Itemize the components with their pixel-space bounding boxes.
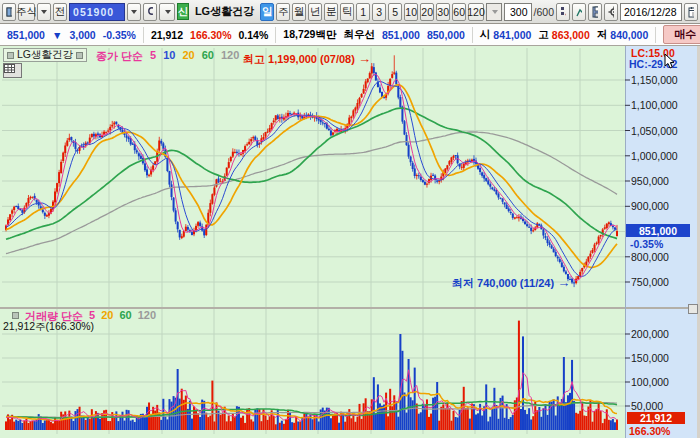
down-arrow-icon: ▼ bbox=[52, 29, 62, 41]
interval-button-30[interactable]: 30 bbox=[436, 3, 450, 21]
axis-tick-label: 50,000 bbox=[631, 400, 663, 412]
stock-code-input[interactable] bbox=[69, 3, 125, 21]
high-arrow-icon: → bbox=[358, 51, 371, 66]
quote-volume-group: 21,912 166.30% 0.14% bbox=[144, 27, 276, 43]
interval-button-3[interactable]: 3 bbox=[372, 3, 386, 21]
indicator-dots-icon bbox=[560, 6, 566, 18]
mouse-cursor bbox=[664, 54, 678, 70]
interval-button-1[interactable]: 1 bbox=[356, 3, 370, 21]
price-legend: 종가 단순 5 10 20 60 120 bbox=[96, 49, 239, 64]
axis-tick-label: 750,000 bbox=[631, 276, 669, 288]
date-input[interactable] bbox=[620, 3, 682, 21]
tab-period-day[interactable]: 일 bbox=[260, 3, 274, 21]
gear-icon bbox=[608, 6, 614, 18]
stock-name-label: LG생활건강 bbox=[191, 4, 258, 19]
panel-toggle-button[interactable] bbox=[2, 3, 16, 21]
save-button[interactable] bbox=[588, 3, 602, 21]
axis-tick-label: 200,000 bbox=[631, 328, 669, 340]
market-button[interactable]: 전 bbox=[53, 3, 67, 21]
chevron-down-icon bbox=[492, 10, 498, 14]
high-price: 863,000 bbox=[552, 29, 590, 41]
custom-interval-dropdown[interactable] bbox=[486, 3, 502, 21]
volume-current-text: 21,912주(166.30%) bbox=[3, 320, 94, 334]
axis-tick-label: 950,000 bbox=[631, 175, 669, 187]
volume-square-icon bbox=[12, 312, 19, 319]
turnover-ratio: 0.14% bbox=[239, 29, 269, 41]
volume-ma20-label: 20 bbox=[101, 309, 113, 324]
asset-type-select[interactable]: 주식 bbox=[18, 3, 35, 21]
axis-tick-label: 900,000 bbox=[631, 200, 669, 212]
volume-value: 21,912 bbox=[151, 29, 183, 41]
trendline-tool-button[interactable] bbox=[572, 3, 586, 21]
quote-ohlc-group: 시 841,000 고 863,000 저 840,000 bbox=[473, 27, 656, 43]
open-price: 841,000 bbox=[493, 29, 531, 41]
asset-type-label: 주식 bbox=[16, 5, 37, 19]
search-button[interactable] bbox=[143, 3, 157, 21]
interval-button-5[interactable]: 5 bbox=[388, 3, 402, 21]
calendar-icon bbox=[688, 6, 694, 18]
axis-tick-label: 1,100,000 bbox=[631, 99, 678, 111]
tab-square-icon bbox=[7, 52, 14, 59]
chart-region: LG생활건강 종가 단순 5 10 20 60 120 최고 1,199,000… bbox=[0, 46, 700, 438]
tab-period-minute[interactable]: 분 bbox=[324, 3, 338, 21]
new-listing-badge: 신 bbox=[177, 3, 189, 20]
high-annotation-text: 최고 1,199,000 (07/08) bbox=[243, 53, 355, 65]
price-ma20-label: 20 bbox=[182, 49, 194, 64]
main-toolbar: 주식 전 신 LG생활건강 일 주 월 년 분 틱 1 3 5 bbox=[0, 0, 700, 24]
search-icon bbox=[147, 6, 153, 18]
save-disk-icon bbox=[592, 6, 598, 18]
chart-svg[interactable] bbox=[0, 46, 697, 438]
interval-button-120[interactable]: 120 bbox=[468, 3, 484, 21]
chart-tab[interactable]: LG생활건강 bbox=[3, 48, 87, 62]
chevron-down-icon bbox=[41, 10, 47, 14]
price-ma10-label: 10 bbox=[163, 49, 175, 64]
pane-splitter-icon[interactable] bbox=[688, 304, 698, 314]
axis-tick-label: 1,000,000 bbox=[631, 150, 678, 162]
indicator-add-button[interactable] bbox=[556, 3, 570, 21]
high-label: 고 bbox=[538, 28, 549, 42]
asset-type-dropdown-button[interactable] bbox=[37, 3, 51, 21]
grid-icon bbox=[4, 64, 15, 73]
bars-total-label: /600 bbox=[534, 6, 554, 18]
quote-value-group: 18,729백만 최우선 851,000 850,000 bbox=[276, 27, 473, 43]
bars-count-input[interactable] bbox=[504, 3, 532, 21]
tab-period-year[interactable]: 년 bbox=[308, 3, 322, 21]
price-change-pct: -0.35% bbox=[103, 29, 136, 41]
window-panel-icon bbox=[6, 6, 12, 18]
trading-app-window: 주식 전 신 LG생활건강 일 주 월 년 분 틱 1 3 5 bbox=[0, 0, 700, 438]
axis-tick-label: 1,050,000 bbox=[631, 125, 678, 137]
zigzag-line-icon bbox=[576, 6, 582, 18]
tab-period-week[interactable]: 주 bbox=[276, 3, 290, 21]
high-annotation: 최고 1,199,000 (07/08) → bbox=[243, 51, 371, 67]
tab-period-tick[interactable]: 틱 bbox=[340, 3, 354, 21]
market-label: 전 bbox=[55, 5, 66, 19]
trade-value: 18,729백만 bbox=[283, 28, 336, 42]
order-buttons-group: 매수 매도 bbox=[656, 27, 700, 43]
best-ask: 851,000 bbox=[382, 29, 420, 41]
interval-button-10[interactable]: 10 bbox=[404, 3, 418, 21]
axis-tick-label: 800,000 bbox=[631, 251, 669, 263]
price-ma5-label: 5 bbox=[150, 49, 156, 64]
last-price: 851,000 bbox=[7, 29, 45, 41]
interval-button-20[interactable]: 20 bbox=[420, 3, 434, 21]
buy-button[interactable]: 매수 bbox=[663, 25, 700, 44]
tab-period-month[interactable]: 월 bbox=[292, 3, 306, 21]
open-label: 시 bbox=[480, 28, 491, 42]
calendar-button[interactable] bbox=[684, 3, 698, 21]
chart-tab-label: LG생활건강 bbox=[17, 48, 73, 62]
grid-toggle-button[interactable] bbox=[3, 63, 22, 78]
interval-button-60[interactable]: 60 bbox=[452, 3, 466, 21]
current-price-box: 851,000 bbox=[626, 224, 690, 237]
chevron-down-icon bbox=[131, 10, 137, 14]
quote-summary-bar: 851,000 ▼ 3,000 -0.35% 21,912 166.30% 0.… bbox=[0, 24, 700, 46]
price-change: 3,000 bbox=[69, 29, 95, 41]
low-arrow-icon: → bbox=[557, 275, 570, 290]
best-bid: 850,000 bbox=[427, 29, 465, 41]
settings-button[interactable] bbox=[604, 3, 618, 21]
current-volume-ratio: 166.30% bbox=[629, 425, 670, 437]
volume-ratio: 166.30% bbox=[190, 29, 231, 41]
low-label: 저 bbox=[597, 28, 608, 42]
axis-tick-label: 150,000 bbox=[631, 352, 669, 364]
sound-button[interactable] bbox=[159, 3, 175, 21]
code-dropdown-button[interactable] bbox=[127, 3, 141, 21]
